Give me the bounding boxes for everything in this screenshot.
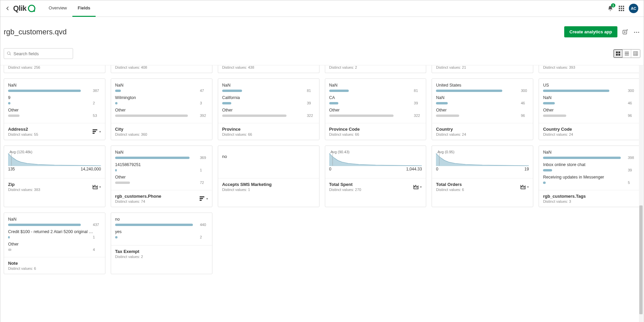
distribution-row: California 39 [222,95,315,105]
distribution-row: yes 2 [115,229,208,239]
field-name: rgb_customers.Phone [115,194,200,199]
field-card[interactable]: NaN 437 Credit $100 - returned 2 Atari 5… [4,213,105,274]
page-title: rgb_customers.qvd [4,28,564,36]
distribution-row: NaN 369 [115,150,208,160]
distribution-row: 9 2 [8,95,101,105]
distribution-value: 3 [200,101,208,105]
view-list-button[interactable] [622,50,631,58]
table-icon [633,51,638,56]
distribution-row: US 300 [543,83,636,93]
more-actions-button[interactable]: ⋯ [633,28,640,36]
partial-card[interactable]: Distinct values: 438 [218,65,319,73]
search-input[interactable] [13,51,70,56]
field-card[interactable]: NaN 81 California 39 Other 322 Province … [218,78,319,140]
distribution-label: Credit $100 - returned 2 Atari 5200 orig… [8,229,101,234]
svg-rect-8 [634,52,638,56]
distribution-label: Other [222,108,315,112]
histogram: Avg (120.48k) 13514,240,000 [8,150,101,174]
card-type-button[interactable]: ▾ [200,196,208,201]
partial-card[interactable]: Distinct values: 393 [539,65,640,73]
field-card[interactable]: NaN 387 9 2 Other 53 Address2 Distinct v… [4,78,105,140]
distribution-row: NaN 46 [436,95,529,105]
vertical-scrollbar[interactable] [639,65,643,322]
field-card[interactable]: NaN 47 Wilmington 3 Other 392 City Disti… [111,78,212,140]
distribution-value: 47 [200,89,208,93]
field-card[interactable]: Avg (120.48k) 13514,240,000 Zip Distinct… [4,146,105,207]
field-card[interactable]: no 440 yes 2 Tax Exempt Distinct values:… [111,213,212,274]
search-icon [7,51,11,56]
distribution-row: Other 4 [8,242,101,252]
chevron-down-icon: ▾ [99,130,101,133]
distinct-count: Distinct values: 55 [8,132,93,136]
avg-label: Avg (90.43) [331,150,350,154]
field-card[interactable]: no Accepts SMS Marketing Distinct values… [218,146,319,207]
distribution-label: NaN [8,83,101,88]
create-analytics-app-button[interactable]: Create analytics app [564,26,617,37]
tab-fields[interactable]: Fields [72,0,96,17]
svg-rect-7 [624,55,629,56]
distribution-row: no 440 [115,217,208,227]
partial-card[interactable]: Distinct values: 408 [111,65,212,73]
field-card[interactable]: US 300 NaN 46 Other 96 Country Code Dist… [539,78,640,140]
partial-card[interactable]: Distinct values: 256 [4,65,105,73]
distribution-value: 96 [628,114,636,118]
distribution-label: NaN [222,83,315,88]
field-card[interactable]: United States 300 NaN 46 Other 96 Countr… [432,78,533,140]
distribution-label: Other [115,175,208,180]
distribution-value: 322 [414,114,422,118]
field-card[interactable]: NaN 398 Inbox online store chat 39 Recei… [539,146,640,207]
svg-rect-5 [624,52,629,53]
avg-label: Avg (0.95) [437,150,454,154]
field-card[interactable]: NaN 81 CA 39 Other 322 Province Code Dis… [325,78,427,140]
avatar[interactable]: AC [629,4,638,13]
distribution-row: NaN 46 [543,95,636,105]
back-button[interactable] [4,4,12,12]
view-table-button[interactable] [631,50,640,58]
distribution-row: Inbox online store chat 39 [543,162,636,172]
distribution-label: NaN [543,150,636,155]
distribution-value: 46 [521,101,529,105]
field-name: Total Orders [436,182,520,187]
search-field-container [4,48,73,59]
distinct-count: Distinct values: 3 [543,199,636,203]
add-to-collection-button[interactable] [621,28,629,36]
distribution-label: US [543,83,636,88]
card-type-button[interactable]: ▾ [520,185,529,189]
max-value: 14,240,000 [81,167,101,171]
distribution-value: 1 [200,168,208,172]
distinct-count: Distinct values: 24 [436,132,529,136]
single-value: no [222,150,315,159]
distribution-value: 392 [200,114,208,118]
field-card[interactable]: Avg (0.95) 019 Total Orders Distinct val… [432,146,533,207]
card-type-button[interactable]: ▾ [93,185,101,189]
sort-bars-icon [93,129,98,134]
distribution-row: Other 96 [543,108,636,118]
app-launcher-icon[interactable] [619,6,624,11]
min-value: 135 [8,167,15,171]
tab-overview[interactable]: Overview [43,0,72,17]
sort-bars-icon [200,196,205,201]
card-type-button[interactable]: ▾ [93,129,101,134]
field-card[interactable]: Avg (90.43) 01,044.33 Total Spent Distin… [325,146,427,207]
partial-card[interactable]: Distinct values: 21 [432,65,533,73]
fields-row-3: NaN 437 Credit $100 - returned 2 Atari 5… [4,213,640,274]
fields-row-2: Avg (120.48k) 13514,240,000 Zip Distinct… [4,146,640,207]
qlik-logo[interactable]: Qlik [13,4,35,13]
svg-rect-13 [200,196,204,197]
scrollbar-thumb[interactable] [639,205,643,314]
card-type-button[interactable]: ▾ [413,185,422,189]
distribution-row: Other 72 [115,175,208,185]
svg-rect-6 [624,53,629,54]
max-value: 1,044.33 [406,167,422,171]
card-footer: Province Distinct values: 66 [218,123,319,140]
field-card[interactable]: NaN 369 14158679251 1 Other 72 rgb_custo… [111,146,212,207]
view-grid-button[interactable] [614,50,622,58]
partial-card[interactable]: Distinct values: 2 [325,65,427,73]
distribution-value: 96 [521,114,529,118]
distribution-label: NaN [543,95,636,100]
notifications-button[interactable]: 1 [607,5,614,12]
svg-rect-1 [616,52,618,53]
distribution-row: NaN 81 [329,83,422,93]
distinct-count: Distinct values: 1 [222,188,315,192]
distribution-value: 39 [414,101,422,105]
